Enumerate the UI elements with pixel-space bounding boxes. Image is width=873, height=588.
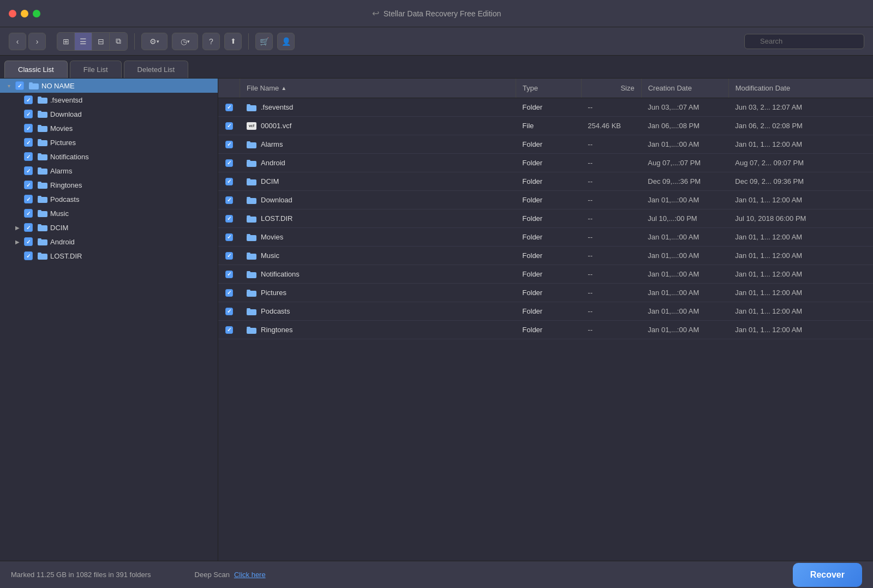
recover-button[interactable]: Recover — [793, 563, 862, 587]
row-created: Jan 01,...:00 AM — [641, 326, 728, 334]
click-here-link[interactable]: Click here — [234, 571, 266, 579]
podcasts-checkbox[interactable] — [24, 195, 33, 203]
tab-deleted-list[interactable]: Deleted List — [124, 61, 189, 78]
root-checkbox[interactable] — [15, 81, 24, 90]
movies-checkbox[interactable] — [24, 124, 33, 133]
view-cover-button[interactable]: ⧉ — [110, 33, 127, 50]
view-columns-button[interactable]: ⊟ — [92, 33, 110, 50]
row-checkbox[interactable] — [218, 196, 240, 204]
tree-root-item[interactable]: ▾ NO NAME — [0, 79, 218, 93]
table-row[interactable]: .fseventsd Folder -- Jun 03,...:07 AM Ju… — [218, 98, 873, 117]
tree-item-movies[interactable]: ▶ Movies — [0, 121, 218, 135]
music-checkbox[interactable] — [24, 209, 33, 218]
nav-back-button[interactable]: ‹ — [9, 33, 26, 50]
col-header-size[interactable]: Size — [582, 79, 642, 98]
tree-item-fseventsd[interactable]: ▶ .fseventsd — [0, 93, 218, 107]
toolbar-right: 🔍 — [744, 34, 864, 49]
row-checkbox[interactable] — [218, 159, 240, 167]
row-modified: Jan 01, 1... 12:00 AM — [728, 251, 873, 260]
tree-item-notifications[interactable]: ▶ Notifications — [0, 149, 218, 164]
row-checkbox[interactable] — [218, 233, 240, 241]
ringtones-checkbox[interactable] — [24, 181, 33, 189]
svg-rect-47 — [247, 308, 250, 310]
row-checkbox[interactable] — [218, 122, 240, 130]
settings-button[interactable]: ⚙ ▾ — [141, 33, 168, 50]
col-header-created[interactable]: Creation Date — [642, 79, 729, 98]
table-row[interactable]: Pictures Folder -- Jan 01,...:00 AM Jan … — [218, 284, 873, 302]
row-checkbox[interactable] — [218, 215, 240, 223]
tree-item-android[interactable]: ▶ Android — [0, 235, 218, 249]
tree-expand-icon[interactable]: ▾ — [4, 81, 13, 90]
search-input[interactable] — [744, 34, 864, 49]
tree-item-lostdir[interactable]: ▶ LOST.DIR — [0, 249, 218, 263]
row-checkbox[interactable] — [218, 326, 240, 334]
tree-item-dcim[interactable]: ▶ DCIM — [0, 220, 218, 235]
android-folder-icon — [37, 237, 48, 246]
view-list-button[interactable]: ☰ — [75, 33, 92, 50]
col-header-modified[interactable]: Modification Date — [729, 79, 873, 98]
android-checkbox[interactable] — [24, 237, 33, 246]
row-size: -- — [581, 140, 641, 148]
row-name: Pictures — [240, 289, 516, 297]
row-checkbox[interactable] — [218, 289, 240, 297]
row-size: -- — [581, 214, 641, 223]
download-checkbox[interactable] — [24, 110, 33, 118]
table-row[interactable]: Ringtones Folder -- Jan 01,...:00 AM Jan… — [218, 321, 873, 339]
fseventsd-checkbox[interactable] — [24, 95, 33, 104]
minimize-button[interactable] — [21, 10, 28, 17]
col-header-type[interactable]: Type — [516, 79, 582, 98]
svg-rect-33 — [247, 178, 250, 180]
cart-button[interactable]: 🛒 — [255, 33, 273, 50]
table-row[interactable]: Alarms Folder -- Jan 01,...:00 AM Jan 01… — [218, 135, 873, 154]
history-button[interactable]: ◷ ▾ — [172, 33, 198, 50]
table-row[interactable]: Movies Folder -- Jan 01,...:00 AM Jan 01… — [218, 228, 873, 247]
table-row[interactable]: Music Folder -- Jan 01,...:00 AM Jan 01,… — [218, 247, 873, 265]
lostdir-checkbox[interactable] — [24, 251, 33, 260]
row-checkbox[interactable] — [218, 141, 240, 148]
tab-classic-list[interactable]: Classic List — [4, 61, 68, 78]
row-type: Folder — [516, 103, 581, 111]
row-checkbox[interactable] — [218, 178, 240, 185]
nav-forward-button[interactable]: › — [28, 33, 46, 50]
row-modified: Dec 09, 2... 09:36 PM — [728, 177, 873, 185]
tree-item-ringtones[interactable]: ▶ Ringtones — [0, 178, 218, 192]
table-row[interactable]: DCIM Folder -- Dec 09,...:36 PM Dec 09, … — [218, 172, 873, 191]
row-checkbox[interactable] — [218, 308, 240, 315]
table-row[interactable]: vcf 00001.vcf File 254.46 KB Jan 06,...:… — [218, 117, 873, 135]
row-modified: Jan 01, 1... 12:00 AM — [728, 196, 873, 204]
account-button[interactable]: 👤 — [277, 33, 295, 50]
tree-item-pictures[interactable]: ▶ Pictures — [0, 135, 218, 149]
row-size: -- — [581, 159, 641, 167]
app-title: Stellar Data Recovery Free Edition — [384, 9, 501, 18]
col-header-check — [218, 79, 240, 98]
pictures-checkbox[interactable] — [24, 138, 33, 147]
table-row[interactable]: Android Folder -- Aug 07,...:07 PM Aug 0… — [218, 154, 873, 172]
notifications-checkbox[interactable] — [24, 152, 33, 161]
row-checkbox[interactable] — [218, 104, 240, 111]
table-row[interactable]: Download Folder -- Jan 01,...:00 AM Jan … — [218, 191, 873, 209]
dcim-toggle-icon[interactable]: ▶ — [13, 223, 22, 232]
table-row[interactable]: Podcasts Folder -- Jan 01,...:00 AM Jan … — [218, 302, 873, 321]
view-grid-button[interactable]: ⊞ — [57, 33, 75, 50]
row-checkbox[interactable] — [218, 271, 240, 278]
share-button[interactable]: ⬆ — [224, 33, 242, 50]
table-row[interactable]: LOST.DIR Folder -- Jul 10,...:00 PM Jul … — [218, 209, 873, 228]
dcim-checkbox[interactable] — [24, 223, 33, 232]
row-name: Alarms — [240, 140, 516, 148]
tree-item-podcasts[interactable]: ▶ Podcasts — [0, 192, 218, 206]
tab-file-list[interactable]: File List — [70, 61, 122, 78]
tree-item-download[interactable]: ▶ Download — [0, 107, 218, 121]
table-row[interactable]: Notifications Folder -- Jan 01,...:00 AM… — [218, 265, 873, 284]
maximize-button[interactable] — [33, 10, 40, 17]
download-folder-icon — [37, 110, 48, 118]
tree-item-music[interactable]: ▶ Music — [0, 206, 218, 220]
alarms-checkbox[interactable] — [24, 166, 33, 175]
marked-text: Marked 11.25 GB in 1082 files in 391 fol… — [11, 571, 151, 579]
android-toggle-icon[interactable]: ▶ — [13, 237, 22, 246]
help-button[interactable]: ? — [202, 33, 220, 50]
close-button[interactable] — [9, 10, 16, 17]
row-checkbox[interactable] — [218, 252, 240, 260]
row-modified: Jan 01, 1... 12:00 AM — [728, 307, 873, 315]
col-header-name[interactable]: File Name ▲ — [240, 79, 516, 98]
tree-item-alarms[interactable]: ▶ Alarms — [0, 164, 218, 178]
